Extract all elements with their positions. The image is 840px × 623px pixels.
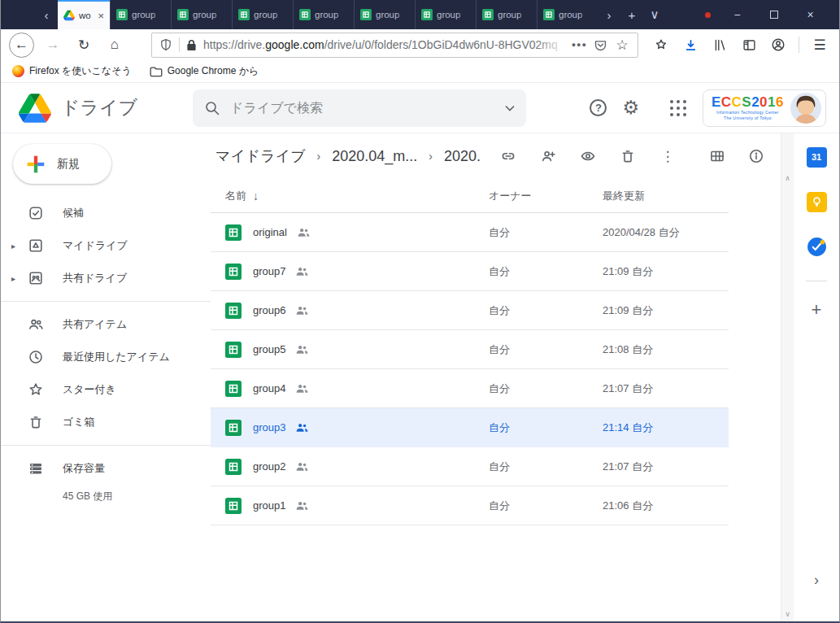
grid-view-icon[interactable] — [709, 148, 725, 164]
search-input[interactable] — [230, 101, 495, 115]
bookmark-firefox[interactable]: Firefox を使いこなそう — [12, 64, 132, 78]
tab-scroll-left-icon[interactable]: ‹ — [35, 0, 58, 29]
file-modified: 21:07 自分 — [603, 460, 729, 474]
file-row[interactable]: original 自分 2020/04/28 自分 — [211, 213, 729, 252]
downloads-icon[interactable] — [679, 33, 702, 56]
add-addon-icon[interactable]: + — [812, 299, 822, 320]
library-icon[interactable] — [708, 33, 731, 56]
share-icon[interactable] — [540, 148, 556, 164]
expand-arrow-icon[interactable]: ▸ — [11, 242, 15, 251]
tab-background[interactable]: group — [232, 0, 293, 29]
sidebar-item-starred[interactable]: スター付き — [1, 373, 211, 406]
bookmarks-bar: Firefox を使いこなそう Google Chrome から — [1, 60, 839, 83]
vertical-scrollbar[interactable]: ∧ ∨ — [781, 133, 794, 621]
breadcrumb-folder[interactable]: 2020.04_m... — [332, 148, 417, 165]
search-options-caret-icon[interactable] — [505, 105, 515, 111]
tab-title: group — [559, 10, 592, 20]
sidebar-item-recent[interactable]: 最近使用したアイテム — [1, 341, 211, 373]
keep-icon[interactable] — [806, 191, 827, 212]
tab-background[interactable]: group — [171, 0, 232, 29]
sidebar-item-storage[interactable]: 保存容量 — [1, 452, 211, 485]
file-modified: 21:06 自分 — [603, 499, 729, 513]
file-name: group2 — [253, 460, 285, 473]
bookmark-menu-icon[interactable] — [650, 33, 672, 56]
navigation-toolbar: ← → ↻ ⌂ https://drive.google.com/drive/u… — [1, 29, 839, 60]
tab-title: wo — [79, 11, 94, 20]
sidebar-toggle-icon[interactable] — [738, 33, 760, 56]
tab-title: group — [437, 10, 470, 20]
new-button[interactable]: 新規 — [13, 144, 111, 184]
tab-background[interactable]: group — [476, 0, 537, 29]
shared-people-icon — [295, 499, 309, 512]
file-row[interactable]: group5 自分 21:08 自分 — [211, 330, 729, 369]
file-row[interactable]: group3 自分 21:14 自分 — [211, 408, 729, 447]
account-icon[interactable] — [767, 33, 790, 56]
get-link-icon[interactable] — [500, 148, 516, 164]
tab-background[interactable]: group — [110, 0, 171, 29]
details-icon[interactable] — [748, 148, 764, 164]
sidebar-item-priority[interactable]: 候補 — [1, 197, 211, 229]
sheets-icon — [299, 9, 311, 20]
google-apps-icon[interactable] — [662, 92, 694, 124]
tab-background[interactable]: group — [537, 0, 598, 29]
minimize-icon[interactable]: − — [719, 8, 755, 21]
pocket-icon[interactable] — [594, 38, 607, 52]
page-actions-icon[interactable]: ●●● — [572, 41, 587, 49]
account-badge[interactable]: ECCS2016 Information Technology Center T… — [703, 89, 826, 127]
bookmark-folder-chrome[interactable]: Google Chrome から — [150, 64, 259, 78]
file-row[interactable]: group4 自分 21:07 自分 — [211, 369, 729, 408]
close-tab-icon[interactable]: × — [98, 10, 104, 22]
column-modified[interactable]: 最終更新 — [603, 189, 729, 203]
search-icon[interactable] — [204, 100, 220, 116]
sidebar-item-trash[interactable]: ゴミ箱 — [1, 406, 211, 438]
tab-list-dropdown-icon[interactable]: ∨ — [643, 0, 666, 29]
forward-icon[interactable]: → — [41, 33, 65, 57]
file-row[interactable]: group1 自分 21:06 自分 — [211, 486, 729, 525]
scroll-up-icon[interactable]: ∧ — [785, 174, 790, 182]
expand-arrow-icon[interactable]: ▸ — [11, 274, 15, 283]
sort-descending-icon[interactable]: ↓ — [253, 190, 259, 203]
home-icon[interactable]: ⌂ — [102, 33, 127, 57]
file-row[interactable]: group6 自分 21:09 自分 — [211, 291, 729, 330]
sheets-icon — [177, 9, 189, 20]
collapse-panel-icon[interactable]: › — [814, 572, 819, 589]
preview-icon[interactable] — [580, 148, 596, 164]
file-modified: 21:09 自分 — [603, 303, 729, 318]
new-tab-icon[interactable]: + — [620, 0, 643, 29]
column-owner[interactable]: オーナー — [489, 189, 603, 203]
calendar-icon[interactable]: 31 — [806, 146, 827, 168]
bookmark-star-icon[interactable]: ☆ — [614, 33, 630, 56]
more-actions-icon[interactable]: ⋮ — [659, 148, 676, 164]
tab-background[interactable]: group — [415, 0, 476, 29]
avatar[interactable] — [790, 93, 821, 124]
delete-icon[interactable] — [620, 148, 636, 164]
drive-logo[interactable]: ドライブ — [1, 94, 193, 123]
tab-background[interactable]: group — [354, 0, 415, 29]
search-box[interactable] — [193, 89, 526, 127]
close-window-icon[interactable]: × — [792, 8, 829, 21]
tab-scroll-right-icon[interactable]: › — [598, 0, 620, 29]
tasks-icon[interactable] — [806, 236, 827, 257]
settings-gear-icon[interactable]: ⚙ — [615, 92, 647, 124]
breadcrumb-current-folder[interactable]: 2020. — [444, 148, 481, 165]
drive-logo-icon — [19, 94, 51, 123]
url-bar[interactable]: https://drive.google.com/drive/u/0/folde… — [151, 33, 638, 58]
back-icon[interactable]: ← — [9, 33, 34, 58]
tracking-protection-shield-icon[interactable] — [159, 37, 172, 52]
help-icon[interactable]: ? — [582, 92, 615, 124]
sidebar-item-my-drive[interactable]: ▸ マイドライブ — [1, 229, 211, 262]
breadcrumb-my-drive[interactable]: マイドライブ — [215, 146, 306, 166]
file-row[interactable]: group7 自分 21:09 自分 — [211, 252, 729, 291]
column-name[interactable]: 名前 — [225, 189, 246, 203]
menu-icon[interactable]: ☰ — [808, 33, 831, 56]
file-row[interactable]: group2 自分 21:07 自分 — [211, 447, 729, 486]
sidebar-item-shared-with-me[interactable]: 共有アイテム — [1, 308, 211, 341]
sidebar-item-shared-drives[interactable]: ▸ 共有ドライブ — [1, 262, 211, 294]
tab-background[interactable]: group — [293, 0, 354, 29]
window-controls: − × — [719, 0, 829, 29]
reload-icon[interactable]: ↻ — [72, 33, 96, 57]
tab-active[interactable]: wo × — [58, 0, 110, 29]
scroll-down-icon[interactable]: ∨ — [785, 610, 790, 618]
eccs-logo: ECCS2016 Information Technology Center T… — [712, 95, 784, 121]
maximize-icon[interactable] — [755, 11, 792, 19]
